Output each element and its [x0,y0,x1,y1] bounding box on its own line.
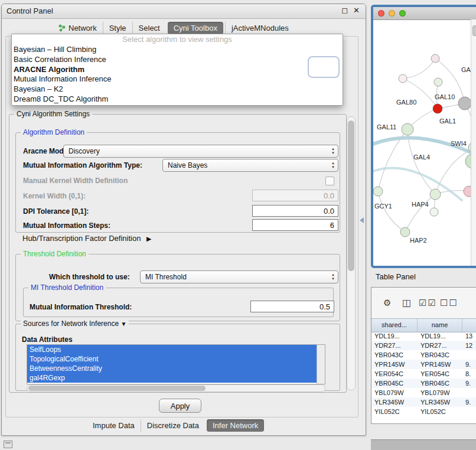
network-view-scrollbar[interactable] [471,19,476,266]
manual-kernel-checkbox[interactable] [325,177,334,185]
close-traffic-light[interactable] [378,10,384,17]
tab-network[interactable]: Network [53,22,103,34]
sources-group-title[interactable]: Sources for Network Inference ▼ [21,319,129,328]
tab-discretize-data[interactable]: Discretize Data [141,419,205,432]
cell-shared-name: YLR345W [371,399,418,406]
attribute-item-selected[interactable]: gal4RGexp [27,373,318,383]
network-node[interactable] [458,97,471,110]
settings-scroll-thumb[interactable] [348,120,354,271]
which-threshold-combo[interactable]: MI Threshold ▲▼ [140,270,338,283]
attribute-list-scrollbar[interactable] [317,345,325,384]
network-edge[interactable] [378,191,405,232]
tab-select[interactable]: Select [132,22,166,34]
hub-definition-toggle[interactable]: Hub/Transcription Factor Definition ▶ [22,234,151,243]
table-row[interactable]: YIL052C YIL052C [371,407,476,416]
column-header-shared-name[interactable]: shared... [371,319,418,332]
network-node[interactable] [465,154,471,168]
dropdown-item[interactable]: Mutual Information Inference [12,74,343,84]
zoom-traffic-light[interactable] [399,10,406,17]
dropdown-item[interactable]: Basic Correlation Inference [12,55,343,65]
table-row[interactable]: YLR345W YLR345W 9. [371,397,476,407]
mi-steps-input[interactable]: 6 [252,219,338,231]
tab-impute-data[interactable]: Impute Data [87,419,141,432]
attribute-item-selected[interactable]: TopologicalCoefficient [27,354,318,364]
tab-cyni-toolbox[interactable]: Cyni Toolbox [168,22,223,34]
which-threshold-value: MI Threshold [145,273,187,281]
cell-value: 12 [462,342,476,349]
tab-infer-network[interactable]: Infer Network [207,419,264,432]
combo-arrows-icon: ▲▼ [331,147,335,155]
threshold-definition-title: Threshold Definition [21,250,89,258]
cell-name: YDL19... [418,332,462,340]
aracne-mode-combo[interactable]: Discovery ▲▼ [63,145,338,158]
dropdown-placeholder: Select algorithm to view settings [12,34,343,45]
chevron-down-icon: ▼ [120,321,126,327]
cell-name: YPR145W [418,361,462,368]
network-node[interactable] [430,189,441,200]
desktop: Control Panel ◻ ✕ Network Style [0,0,476,450]
attribute-list-hscrollbar[interactable] [27,384,325,392]
table-row[interactable]: YER054C YER054C 8. [371,369,476,379]
gear-icon[interactable]: ⚙ [383,298,391,308]
column-header-clipped[interactable] [462,319,476,332]
network-edge[interactable] [403,58,435,79]
network-canvas[interactable]: GAL80GAL10GAL7GAL11GAL1SWI4GAL4GCY1HAP4H… [373,19,471,266]
tab-style[interactable]: Style [103,22,132,34]
dropdown-item[interactable]: Bayesian – K2 [12,84,343,94]
apply-button[interactable]: Apply [159,399,201,413]
attribute-item-selected[interactable]: SelfLoops [27,345,318,354]
apply-button-label: Apply [171,402,190,410]
settings-scrollbar[interactable] [347,116,356,390]
dropdown-item-selected[interactable]: ARACNE Algorithm [12,65,343,75]
network-node[interactable] [399,74,407,83]
cell-value: 13 [462,332,476,340]
table-row[interactable]: YDL19... YDL19... 13 [371,331,476,341]
network-scroll-thumb[interactable] [472,25,476,36]
column-chooser-icon[interactable]: ◫ [402,298,411,308]
combo-arrows-icon: ▲▼ [331,161,335,169]
table-row[interactable]: YDR27... YDR27... 12 [371,341,476,350]
network-node[interactable] [464,186,471,197]
mi-threshold-input[interactable]: 0.5 [250,301,334,312]
kernel-width-input[interactable]: 0.0 [252,190,338,201]
algorithm-definition-group: Algorithm Definition Aracne Mode: Discov… [15,132,340,233]
dropdown-item[interactable]: Bayesian – Hill Climbing [12,45,343,55]
table-row[interactable]: YBR043C YBR043C [371,350,476,360]
network-node[interactable] [402,123,413,135]
network-node[interactable] [430,208,438,216]
tab-style-label: Style [109,24,126,32]
dpi-tolerance-input[interactable]: 0.0 [252,205,338,217]
tab-infer-network-label: Infer Network [213,421,258,430]
cell-shared-name: YER054C [371,370,418,377]
table-row[interactable]: YPR145W YPR145W 9. [371,360,476,369]
tab-select-label: Select [139,24,160,32]
network-node[interactable] [434,78,442,86]
select-all-rows-icon[interactable]: ☑☑ [419,298,437,308]
hscroll-thumb[interactable] [28,386,206,391]
network-node[interactable] [431,54,439,63]
network-node[interactable] [400,227,410,237]
float-window-icon[interactable]: ◻ [341,6,348,15]
network-window-titlebar[interactable] [373,7,476,20]
panel-splitter-handle[interactable] [360,217,364,223]
control-panel-window: Control Panel ◻ ✕ Network Style [1,4,366,436]
mi-threshold-label: Mutual Information Threshold: [30,303,132,311]
tab-discretize-data-label: Discretize Data [147,421,199,430]
dropdown-item[interactable]: Dream8 DC_TDC Algorithm [12,94,343,105]
cell-value: 9. [462,380,476,387]
table-row[interactable]: YBL079W YBL079W [371,388,476,397]
column-header-name[interactable]: name [418,319,462,332]
deselect-all-rows-icon[interactable]: ☐☐ [440,298,458,308]
control-panel-titlebar[interactable]: Control Panel ◻ ✕ [2,4,366,19]
network-node[interactable] [433,104,442,113]
tab-jactivemnodules[interactable]: jActiveMNodules [225,22,295,34]
minimized-panel-icon[interactable] [4,441,12,448]
cell-value: 8. [462,370,476,377]
table-row[interactable]: YBR045C YBR045C 9. [371,379,476,388]
close-window-icon[interactable]: ✕ [353,6,360,15]
attribute-item-selected[interactable]: BetweennessCentrality [27,364,318,373]
network-node[interactable] [373,187,383,196]
network-edge-thick[interactable] [373,168,462,200]
minimize-traffic-light[interactable] [389,10,395,17]
mi-type-combo[interactable]: Naive Bayes ▲▼ [162,159,338,172]
